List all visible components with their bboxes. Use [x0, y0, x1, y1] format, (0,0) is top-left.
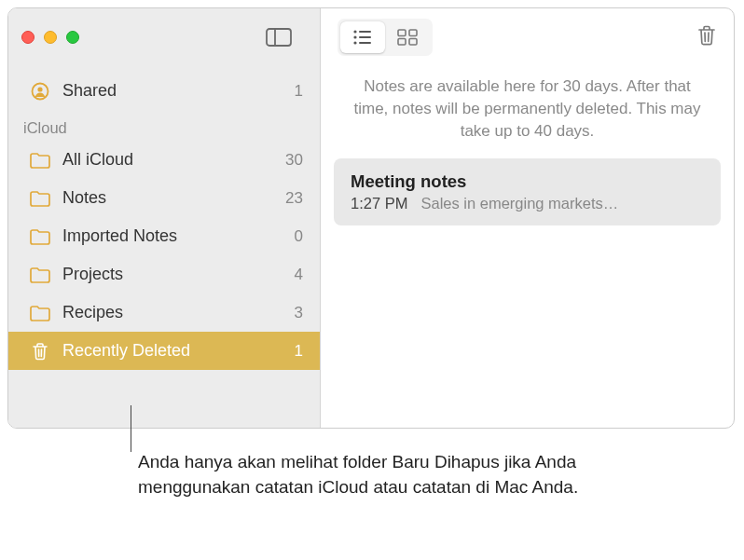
sidebar-toggle-button[interactable]	[260, 23, 297, 51]
sidebar: Shared 1 iCloud All iCloud 30 Notes 23	[8, 8, 321, 428]
sidebar-item-label: Projects	[62, 265, 283, 284]
svg-rect-12	[398, 39, 406, 46]
folder-icon	[29, 266, 51, 283]
list-icon	[352, 29, 373, 46]
sidebar-item-label: Shared	[62, 81, 283, 101]
sidebar-item-recently-deleted[interactable]: Recently Deleted 1	[8, 332, 320, 370]
sidebar-item-label: Imported Notes	[62, 226, 283, 246]
sidebar-item-label: Recently Deleted	[62, 341, 283, 361]
svg-point-6	[353, 35, 356, 38]
gallery-view-button[interactable]	[385, 21, 430, 53]
sidebar-item-label: Notes	[62, 188, 274, 208]
content-pane: Notes are available here for 30 days. Af…	[321, 8, 734, 428]
recently-deleted-info: Notes are available here for 30 days. Af…	[321, 66, 734, 158]
svg-rect-13	[409, 39, 417, 46]
svg-point-3	[37, 87, 42, 91]
shared-icon	[29, 82, 51, 101]
sidebar-item-count: 1	[295, 82, 303, 101]
titlebar	[8, 8, 320, 66]
svg-rect-0	[267, 29, 291, 46]
svg-rect-7	[359, 36, 371, 38]
view-mode-segment	[338, 19, 433, 56]
sidebar-item-label: All iCloud	[62, 150, 274, 170]
svg-rect-9	[359, 42, 371, 44]
sidebar-item-count: 30	[285, 151, 303, 170]
grid-icon	[397, 29, 418, 46]
sidebar-item-count: 0	[295, 227, 303, 246]
svg-rect-11	[409, 30, 417, 36]
note-title: Meeting notes	[351, 171, 704, 192]
sidebar-section-header: iCloud	[8, 110, 320, 141]
trash-icon	[696, 24, 717, 47]
folder-icon	[29, 190, 51, 207]
callout-text: Anda hanya akan melihat folder Baru Diha…	[138, 450, 586, 499]
sidebar-item-count: 23	[285, 189, 303, 208]
svg-rect-5	[359, 31, 371, 33]
toolbar	[321, 8, 734, 66]
sidebar-item-label: Recipes	[62, 303, 283, 322]
close-window-button[interactable]	[21, 31, 34, 44]
sidebar-item-recipes[interactable]: Recipes 3	[8, 294, 320, 332]
note-time: 1:27 PM	[351, 195, 407, 212]
list-view-button[interactable]	[340, 21, 385, 53]
note-item[interactable]: Meeting notes 1:27 PM Sales in emerging …	[334, 158, 721, 225]
sidebar-item-shared[interactable]: Shared 1	[8, 72, 320, 110]
delete-button[interactable]	[696, 24, 717, 50]
zoom-window-button[interactable]	[66, 31, 79, 44]
svg-rect-10	[398, 30, 406, 36]
callout-line	[131, 405, 131, 452]
svg-point-4	[353, 30, 356, 33]
svg-point-8	[353, 41, 356, 44]
note-preview: Sales in emerging markets…	[420, 195, 618, 212]
app-window: Shared 1 iCloud All iCloud 30 Notes 23	[7, 7, 735, 429]
note-subtitle: 1:27 PM Sales in emerging markets…	[351, 195, 704, 212]
sidebar-item-count: 1	[295, 342, 303, 361]
sidebar-item-notes[interactable]: Notes 23	[8, 179, 320, 217]
minimize-window-button[interactable]	[44, 31, 57, 44]
sidebar-item-count: 3	[295, 304, 303, 322]
sidebar-item-all-icloud[interactable]: All iCloud 30	[8, 141, 320, 179]
trash-icon	[29, 342, 51, 361]
sidebar-item-count: 4	[295, 266, 303, 284]
sidebar-icon	[266, 28, 292, 47]
folder-icon	[29, 228, 51, 245]
folder-icon	[29, 152, 51, 169]
sidebar-item-projects[interactable]: Projects 4	[8, 255, 320, 294]
folder-icon	[29, 305, 51, 321]
sidebar-list: Shared 1 iCloud All iCloud 30 Notes 23	[8, 66, 320, 376]
sidebar-item-imported-notes[interactable]: Imported Notes 0	[8, 217, 320, 255]
window-controls	[21, 31, 79, 44]
